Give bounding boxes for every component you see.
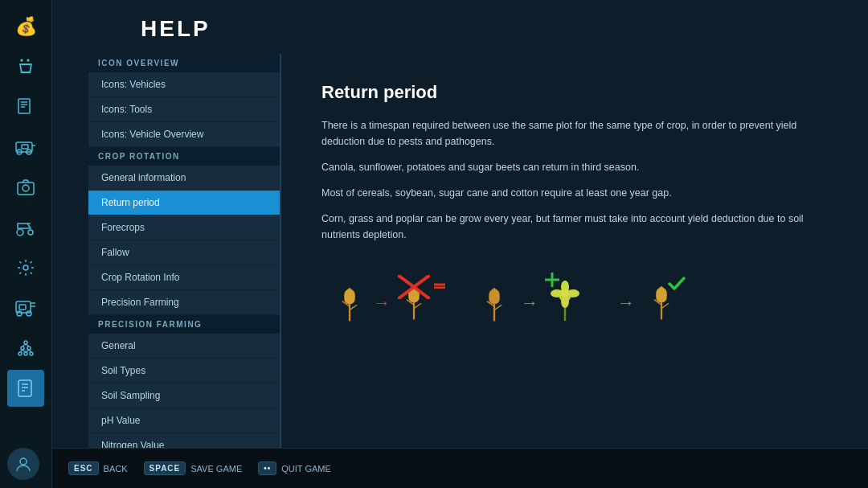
article-title: Return period xyxy=(321,82,828,103)
esc-key-badge: ESC xyxy=(68,461,99,475)
svg-point-14 xyxy=(23,265,28,270)
nav-section-crop-rotation: CROP ROTATION xyxy=(88,147,280,166)
nav-panel: ICON OVERVIEW Icons: Vehicles Icons: Too… xyxy=(88,54,281,448)
sidebar-icon-book[interactable] xyxy=(7,88,44,125)
wheat-icon-1 xyxy=(330,281,370,325)
svg-point-72 xyxy=(657,287,666,301)
nav-item-icons-tools[interactable]: Icons: Tools xyxy=(88,97,280,122)
svg-point-41 xyxy=(346,289,354,302)
illus-check-group: → xyxy=(617,279,682,326)
nav-item-precision-farming-sub[interactable]: Precision Farming xyxy=(88,290,280,315)
sidebar-icon-settings[interactable] xyxy=(7,249,44,286)
checkmark-icon xyxy=(668,275,686,293)
space-key-badge: SPACE xyxy=(144,461,186,475)
sidebar: 💰 xyxy=(0,0,52,488)
svg-line-29 xyxy=(20,350,23,352)
crop-illustration: → xyxy=(321,263,828,342)
svg-rect-33 xyxy=(18,380,31,396)
nav-item-soil-types[interactable]: Soil Types xyxy=(88,359,280,383)
svg-line-27 xyxy=(23,344,26,347)
nav-item-icons-vehicles[interactable]: Icons: Vehicles xyxy=(88,72,280,97)
article-panel: Return period There is a timespan requir… xyxy=(281,54,868,448)
svg-line-32 xyxy=(29,350,31,352)
nav-item-forecrops[interactable]: Forecrops xyxy=(88,215,280,240)
quit-game-button[interactable]: •• QUIT GAME xyxy=(258,461,331,475)
sidebar-icon-tractor[interactable] xyxy=(7,209,44,246)
dash-icon xyxy=(434,281,445,289)
sidebar-icon-coin[interactable]: 💰 xyxy=(7,8,44,45)
svg-point-10 xyxy=(23,185,29,191)
illus-rotation-group: → xyxy=(474,279,585,326)
sidebar-icon-help[interactable] xyxy=(7,370,44,407)
save-game-label: SAVE GAME xyxy=(190,464,242,474)
content-row: ICON OVERVIEW Icons: Vehicles Icons: Too… xyxy=(52,54,868,448)
svg-point-17 xyxy=(27,311,31,316)
svg-point-22 xyxy=(24,352,27,355)
esc-back-button[interactable]: ESC BACK xyxy=(68,461,128,475)
svg-line-28 xyxy=(26,344,29,347)
main-content: HELP ICON OVERVIEW Icons: Vehicles Icons… xyxy=(52,0,868,448)
sidebar-icon-network[interactable] xyxy=(7,330,44,367)
quit-game-label: QUIT GAME xyxy=(281,464,331,474)
svg-point-24 xyxy=(21,347,24,350)
wheat-with-check xyxy=(641,279,682,326)
article-paragraph-2: Canola, sunflower, potatoes and sugar be… xyxy=(321,159,828,175)
arrow-right-green-icon-2: → xyxy=(617,293,635,314)
space-savegame-button[interactable]: SPACE SAVE GAME xyxy=(144,461,243,475)
sidebar-icon-harvester[interactable] xyxy=(7,289,44,326)
x-overlay-icon xyxy=(398,275,430,299)
svg-point-37 xyxy=(20,458,27,465)
nav-item-icons-vehicle-overview[interactable]: Icons: Vehicle Overview xyxy=(88,122,280,147)
svg-line-74 xyxy=(661,303,669,308)
svg-point-21 xyxy=(18,352,22,355)
svg-line-30 xyxy=(23,350,26,352)
nav-section-precision-farming: PRECISION FARMING xyxy=(88,315,280,334)
arrow-right-red-icon: → xyxy=(373,293,391,314)
svg-rect-18 xyxy=(19,305,26,310)
svg-point-66 xyxy=(561,289,569,297)
svg-point-25 xyxy=(27,347,31,350)
plus-icon xyxy=(545,273,559,287)
svg-line-59 xyxy=(494,305,502,310)
article-paragraph-3: Most of cereals, soybean, sugar cane and… xyxy=(321,185,828,201)
svg-line-49 xyxy=(414,303,421,308)
nav-item-ph-value[interactable]: pH Value xyxy=(88,408,280,433)
nav-item-crop-rotation-info[interactable]: Crop Rotation Info xyxy=(88,265,280,290)
svg-line-31 xyxy=(26,350,29,352)
avatar xyxy=(7,448,39,480)
nav-item-general[interactable]: General xyxy=(88,334,280,359)
sidebar-icon-tools[interactable] xyxy=(7,48,44,85)
quit-key-badge: •• xyxy=(258,461,276,475)
illus-same-crop-group: → xyxy=(330,279,434,326)
nav-item-fallow[interactable]: Fallow xyxy=(88,240,280,265)
sidebar-icon-machine[interactable] xyxy=(7,129,44,166)
cross-no-icon xyxy=(394,279,434,326)
svg-line-43 xyxy=(350,305,357,310)
svg-rect-7 xyxy=(22,145,28,149)
sidebar-bottom xyxy=(7,448,44,480)
arrow-right-green-icon-1: → xyxy=(521,293,538,314)
nav-item-return-period[interactable]: Return period xyxy=(88,191,280,215)
svg-point-11 xyxy=(17,229,23,236)
header: HELP xyxy=(52,0,868,54)
svg-point-57 xyxy=(490,289,499,302)
svg-point-23 xyxy=(30,352,33,355)
svg-rect-4 xyxy=(16,142,32,152)
svg-point-26 xyxy=(24,341,27,344)
page-title: HELP xyxy=(141,16,844,42)
sidebar-icon-camera[interactable] xyxy=(7,169,44,206)
bottom-bar: ESC BACK SPACE SAVE GAME •• QUIT GAME xyxy=(52,448,868,488)
svg-rect-0 xyxy=(18,99,30,113)
nav-item-nitrogen-value[interactable]: Nitrogen Value xyxy=(88,433,280,448)
article-paragraph-4: Corn, grass and poplar can be grow every… xyxy=(321,211,828,243)
article-paragraph-1: There is a timespan required between use… xyxy=(321,117,828,150)
back-label: BACK xyxy=(104,464,128,474)
nav-section-icon-overview: ICON OVERVIEW xyxy=(88,54,280,72)
nav-item-soil-sampling[interactable]: Soil Sampling xyxy=(88,383,280,408)
nav-item-general-information[interactable]: General information xyxy=(88,166,280,191)
svg-point-12 xyxy=(28,230,33,235)
flower-with-plus xyxy=(545,279,585,326)
wheat-icon-3 xyxy=(474,281,514,325)
article-body: There is a timespan required between use… xyxy=(321,117,828,243)
svg-point-16 xyxy=(17,311,22,316)
